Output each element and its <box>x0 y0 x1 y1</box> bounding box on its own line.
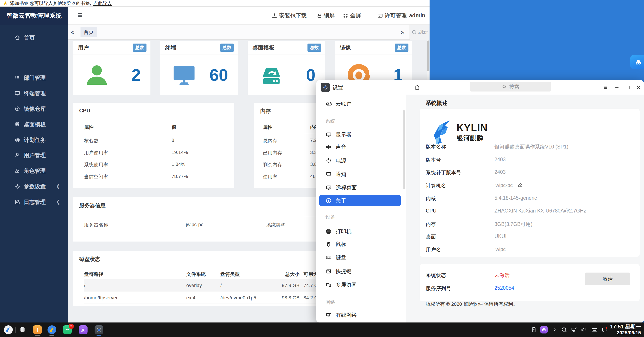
settings-item-display[interactable]: 显示器 <box>319 129 406 140</box>
fullscreen-button[interactable]: 全屏 <box>343 12 361 19</box>
sidebar-item-home[interactable]: 首页 <box>0 32 68 43</box>
brand-cn: 银河麒麟 <box>456 134 488 143</box>
settings-search-input[interactable]: 搜索 <box>470 82 551 92</box>
tabs-scroll-right-button[interactable]: » <box>401 25 404 40</box>
settings-item-remote-desktop[interactable]: 远程桌面 <box>319 182 406 193</box>
bookmark-hint: 添加书签 您可以导入其他浏览器的书签, <box>10 0 91 6</box>
notification-tray-icon[interactable] <box>601 326 608 334</box>
home-button[interactable] <box>413 83 422 92</box>
settings-section-network: 网络 <box>326 299 335 306</box>
settings-item-mouse[interactable]: 鼠标 <box>319 238 406 250</box>
edit-pencil-icon[interactable] <box>518 182 523 188</box>
panel-title: CPU <box>79 108 90 114</box>
display-icon <box>326 132 332 138</box>
cpu-panel: CPU 属性 值 核心数 8 用户使用率 19.14% 系统使用率 1.84% … <box>73 103 234 188</box>
settings-app-icon <box>321 83 330 92</box>
tray-expand-chevron[interactable] <box>551 326 558 334</box>
settings-window: 设置 搜索 云账户 系统 显示器 声音 电源 <box>316 80 644 322</box>
lock-screen-button[interactable]: 锁屏 <box>317 12 335 19</box>
menu-icon <box>603 84 608 90</box>
sidebar-item-parameters[interactable]: 参数设置 ❮ <box>0 180 68 192</box>
template-drive-icon <box>258 62 284 88</box>
multitask-view-button[interactable] <box>18 325 27 334</box>
app-title: 智微云智教管理系统 <box>6 12 62 20</box>
settings-item-about-active[interactable]: 关于 <box>319 195 401 206</box>
settings-item-cloud-account[interactable]: 云账户 <box>319 98 406 110</box>
sidebar-item-scheduled-tasks[interactable]: 计划任务 <box>0 134 68 146</box>
volume-tray-icon[interactable] <box>580 326 588 334</box>
card-title: 用户 <box>78 44 89 51</box>
import-bookmarks-link[interactable]: 点此导入 <box>93 0 112 6</box>
minimize-button[interactable] <box>613 83 621 92</box>
sidebar-item-logs[interactable]: 日志管理 ❮ <box>0 196 68 208</box>
tab-home[interactable]: 首页 <box>80 27 97 38</box>
running-indicator <box>50 335 54 336</box>
activate-button[interactable]: 激活 <box>585 272 630 285</box>
app-software-store[interactable]: 2 <box>63 325 72 334</box>
target-icon <box>14 137 20 143</box>
sidebar-item-image-repo[interactable]: 镜像仓库 <box>0 103 68 114</box>
refresh-button[interactable]: 刷新 <box>410 25 430 40</box>
download-icon <box>272 13 277 18</box>
start-menu-button[interactable] <box>4 325 13 334</box>
sidebar-item-departments[interactable]: 部门管理 <box>0 72 68 83</box>
settings-sidebar-scrollbar[interactable] <box>403 110 405 189</box>
kylin-logo: KYLIN 银河麒麟 <box>430 119 488 146</box>
user-green-icon <box>84 62 110 88</box>
sidebar-item-users[interactable]: 用户管理 <box>0 149 68 161</box>
app-screenshot[interactable] <box>79 325 88 334</box>
user-menu[interactable]: admin <box>409 12 425 19</box>
serial-number-link[interactable]: 2520054 <box>494 285 514 291</box>
sidebar-item-desktop-templates[interactable]: 桌面模板 <box>0 118 68 130</box>
store-badge: 2 <box>68 324 74 329</box>
license-management-button[interactable]: 许可管理 <box>377 12 407 19</box>
search-tray-icon[interactable] <box>560 326 568 334</box>
keyboard-tray-icon[interactable] <box>591 326 598 334</box>
panel-title: 服务器信息 <box>79 202 106 209</box>
hamburger-icon[interactable] <box>76 12 83 19</box>
clock[interactable]: 17:51 星期一 2025/09/15 <box>610 324 641 336</box>
settings-item-printer[interactable]: 打印机 <box>319 226 406 237</box>
lock-icon <box>317 13 322 18</box>
monitor-icon <box>14 90 20 96</box>
settings-item-keyboard[interactable]: 键盘 <box>319 252 406 263</box>
netdisk-dock-icon[interactable] <box>630 55 644 69</box>
settings-item-multiscreen[interactable]: 多屏协同 <box>319 279 406 290</box>
close-button[interactable] <box>634 83 643 92</box>
running-indicator <box>35 335 40 336</box>
window-menu-button[interactable] <box>601 83 610 92</box>
usb-tray-icon[interactable] <box>530 326 538 334</box>
license-card-icon <box>377 13 383 18</box>
download-package-button[interactable]: 安装包下载 <box>272 12 306 19</box>
stat-card-terminals: 终端 总数 60 <box>160 41 238 95</box>
copyright-text: 版权所有 © 2020 麒麟软件 保留所有权利。 <box>426 301 518 308</box>
network-tray-icon[interactable] <box>570 326 578 334</box>
settings-item-shortcuts[interactable]: 快捷键 <box>319 266 406 277</box>
cloud-icon <box>326 100 332 107</box>
settings-item-notifications[interactable]: 通知 <box>319 168 406 180</box>
notification-bubble-icon <box>326 171 332 177</box>
maximize-button[interactable] <box>624 83 632 92</box>
monitor-blue-icon <box>171 62 197 88</box>
user-icon <box>14 152 20 158</box>
sidebar-item-roles[interactable]: 角色管理 <box>0 165 68 176</box>
settings-item-power[interactable]: 电源 <box>319 155 406 166</box>
search-placeholder: 搜索 <box>509 83 519 90</box>
sidebar-item-terminals[interactable]: 终端管理 <box>0 88 68 99</box>
settings-titlebar[interactable]: 设置 搜索 <box>316 80 644 94</box>
app-kylin-browser[interactable] <box>48 325 56 334</box>
tabs-scroll-left-button[interactable]: « <box>71 25 74 40</box>
taskbar: 2 17:51 星期一 2025/09/15 <box>0 322 644 337</box>
settings-section-device: 设备 <box>326 214 335 220</box>
app-settings-active[interactable] <box>94 325 103 334</box>
settings-item-sound[interactable]: 声音 <box>319 141 406 153</box>
brand-en: KYLIN <box>456 122 488 133</box>
star-icon: ★ <box>3 0 8 6</box>
total-badge: 总数 <box>308 44 321 52</box>
home-icon <box>14 35 20 40</box>
screenshot-tray-icon[interactable] <box>540 326 548 334</box>
app-file-transfer[interactable] <box>33 325 42 334</box>
system-overview-card: KYLIN 银河麒麟 版本名称 银河麒麟桌面操作系统V10 (SP1) 版本号 … <box>420 109 640 257</box>
settings-item-wired-network[interactable]: 有线网络 <box>319 309 406 321</box>
active-indicator <box>96 335 102 336</box>
